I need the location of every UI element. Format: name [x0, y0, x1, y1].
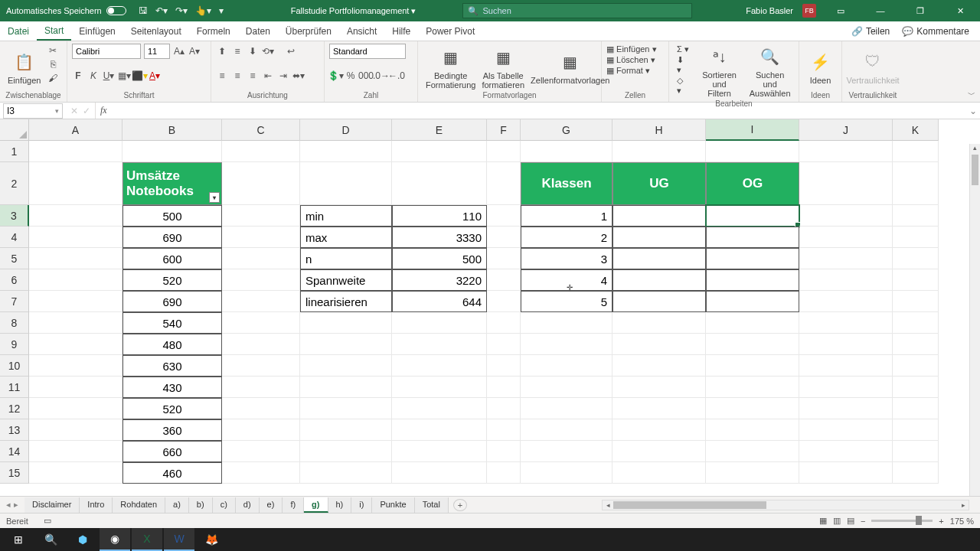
decrease-font-icon[interactable]: A▾ [188, 45, 201, 57]
sheet-tab[interactable]: i) [351, 497, 372, 513]
cell[interactable] [29, 334, 122, 355]
sheet-tab[interactable]: e) [260, 497, 283, 513]
cell[interactable]: UG [612, 162, 706, 205]
row-header[interactable]: 5 [0, 248, 29, 269]
cell[interactable]: 430 [122, 377, 222, 398]
cell[interactable] [392, 398, 487, 419]
cell[interactable] [521, 334, 612, 355]
zoom-out-icon[interactable]: − [861, 517, 865, 526]
align-middle-icon[interactable]: ≡ [231, 45, 243, 57]
format-as-table-button[interactable]: ▦Als Tabelle formatieren [479, 43, 528, 91]
cell[interactable] [300, 312, 392, 334]
font-color-icon[interactable]: A▾ [149, 70, 161, 82]
indent-left-icon[interactable]: ⇤ [262, 70, 274, 82]
cell[interactable] [29, 248, 122, 269]
column-header[interactable]: F [487, 119, 521, 141]
cell[interactable]: 360 [122, 419, 222, 441]
touch-icon[interactable]: 👆▾ [195, 5, 211, 16]
cell[interactable] [300, 334, 392, 355]
scroll-thumb[interactable] [613, 501, 766, 509]
cell[interactable] [521, 141, 612, 162]
ideas-button[interactable]: ⚡Ideen [804, 43, 837, 91]
cell[interactable] [487, 248, 521, 269]
cell[interactable] [799, 312, 893, 334]
cell[interactable] [893, 377, 939, 398]
cell[interactable] [799, 227, 893, 248]
column-header[interactable]: D [300, 119, 392, 141]
comma-icon[interactable]: 000 [360, 70, 372, 82]
cell[interactable]: Spannweite [300, 269, 392, 291]
row-header[interactable]: 1 [0, 141, 29, 162]
taskbar-word-icon[interactable]: W [164, 528, 194, 551]
sheet-tab[interactable]: c) [213, 497, 236, 513]
add-sheet-button[interactable]: + [453, 499, 467, 511]
cell[interactable]: 500 [122, 205, 222, 227]
italic-icon[interactable]: K [87, 70, 100, 82]
cell[interactable] [706, 141, 799, 162]
start-button[interactable]: ⊞ [3, 528, 34, 551]
cell[interactable] [799, 462, 893, 484]
redo-icon[interactable]: ↷▾ [175, 5, 188, 16]
comments-button[interactable]: 💬 Kommentare [897, 24, 974, 38]
cell[interactable]: 3 [521, 248, 612, 269]
cell[interactable] [222, 291, 300, 312]
cell[interactable] [29, 141, 122, 162]
cell[interactable] [799, 248, 893, 269]
cell[interactable] [392, 141, 487, 162]
column-header[interactable]: C [222, 119, 300, 141]
align-top-icon[interactable]: ⬆ [216, 45, 228, 57]
sheet-tab[interactable]: d) [236, 497, 260, 513]
formula-input[interactable] [112, 103, 966, 119]
row-header[interactable]: 12 [0, 398, 29, 419]
format-cells-button[interactable]: ▦ Format ▾ [606, 66, 664, 76]
cell[interactable]: 540 [122, 312, 222, 334]
scroll-right-icon[interactable]: ▸ [958, 501, 969, 509]
cell[interactable] [222, 141, 300, 162]
cell[interactable] [799, 441, 893, 462]
cell[interactable]: 644 [392, 291, 487, 312]
cell[interactable] [612, 355, 706, 377]
cell[interactable] [521, 462, 612, 484]
find-select-button[interactable]: 🔍Suchen und Auswählen [746, 43, 794, 99]
cell[interactable] [521, 312, 612, 334]
undo-icon[interactable]: ↶▾ [155, 5, 168, 16]
fx-icon[interactable]: fx [96, 105, 112, 116]
row-header[interactable]: 7 [0, 291, 29, 312]
cell[interactable]: 630 [122, 355, 222, 377]
user-badge[interactable]: FB [802, 4, 816, 18]
cell[interactable] [612, 205, 706, 227]
cell[interactable] [893, 419, 939, 441]
cell[interactable] [29, 269, 122, 291]
sheet-tab[interactable]: Rohdaten [113, 497, 165, 513]
cell[interactable]: 1 [521, 205, 612, 227]
cell[interactable] [893, 291, 939, 312]
number-format-select[interactable] [329, 44, 406, 59]
clear-icon[interactable]: ◇ ▾ [677, 76, 690, 96]
cell[interactable] [29, 441, 122, 462]
sheet-nav-prev-icon[interactable]: ◂ [6, 500, 11, 510]
cell[interactable] [29, 398, 122, 419]
cell[interactable] [222, 334, 300, 355]
cell[interactable] [612, 291, 706, 312]
underline-icon[interactable]: U▾ [103, 70, 115, 82]
cell[interactable] [392, 312, 487, 334]
column-header[interactable]: B [122, 119, 222, 141]
row-header[interactable]: 3 [0, 205, 29, 227]
cell[interactable] [487, 141, 521, 162]
column-header[interactable]: K [893, 119, 939, 141]
cell[interactable] [392, 419, 487, 441]
cell[interactable]: min [300, 205, 392, 227]
cell[interactable] [487, 377, 521, 398]
cell[interactable] [300, 398, 392, 419]
percent-icon[interactable]: % [345, 70, 357, 82]
cell[interactable] [487, 205, 521, 227]
cell[interactable] [799, 291, 893, 312]
cell[interactable] [893, 162, 939, 205]
insert-cells-button[interactable]: ▦ Einfügen ▾ [606, 44, 664, 54]
enter-formula-icon[interactable]: ✓ [83, 106, 90, 116]
fill-icon[interactable]: ⬇ ▾ [677, 55, 690, 75]
page-layout-view-icon[interactable]: ▥ [833, 516, 841, 526]
cell[interactable] [706, 205, 799, 227]
cell[interactable] [706, 441, 799, 462]
cell[interactable] [706, 419, 799, 441]
